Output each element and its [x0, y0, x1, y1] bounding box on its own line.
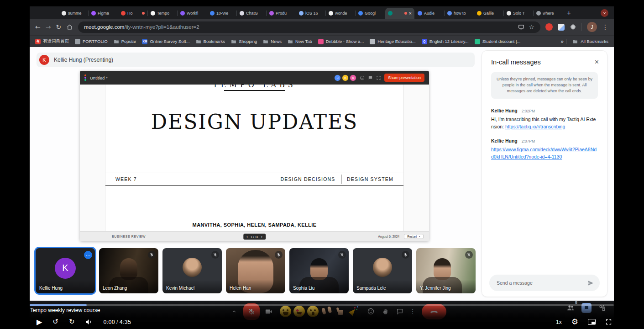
- bookmark-item[interactable]: Dribbble - Show a...: [318, 39, 364, 44]
- participant-name: Sophia Liu: [293, 286, 314, 291]
- collaborator-avatar[interactable]: K: [342, 74, 349, 81]
- bookmark-item[interactable]: Popular: [114, 39, 136, 44]
- rewind-button[interactable]: ↺: [52, 318, 58, 325]
- browser-tab[interactable]: Audie: [415, 8, 444, 19]
- folder-icon: [114, 39, 119, 44]
- tab-favicon: [269, 11, 274, 16]
- comments-icon[interactable]: [368, 75, 373, 80]
- bookmark-item[interactable]: PORTFOLIO: [75, 39, 108, 44]
- browser-tab[interactable]: Ho: [118, 8, 147, 19]
- bookmark-item[interactable]: Bookmarks: [196, 39, 225, 44]
- browser-tab[interactable]: iOS 16: [296, 8, 325, 19]
- presenting-banner: K Kellie Hung (Presenting): [37, 53, 475, 67]
- presenting-label: Kellie Hung (Presenting): [54, 57, 113, 63]
- participant-tile[interactable]: Leon Zhang: [99, 248, 158, 293]
- home-button[interactable]: [66, 24, 73, 31]
- browser-tab[interactable]: summe: [59, 8, 88, 19]
- bookmarks-overflow-icon[interactable]: »: [560, 38, 564, 45]
- forward-button[interactable]: →: [46, 24, 51, 30]
- browser-tab[interactable]: Galile: [474, 8, 503, 19]
- close-icon[interactable]: ×: [419, 235, 420, 238]
- message-link[interactable]: https://www.figma.com/deck/dwwWv6t2PiaeA…: [491, 147, 597, 159]
- tab-close-icon[interactable]: ×: [409, 11, 412, 16]
- bookmark-item[interactable]: News: [263, 39, 282, 44]
- fast-forward-button[interactable]: ↻: [69, 318, 75, 325]
- play-button[interactable]: ▶: [37, 318, 42, 326]
- browser-tab[interactable]: Figma: [89, 8, 118, 19]
- bookmark-star-icon[interactable]: ☆: [529, 24, 534, 30]
- figma-collaborator-avatars: J K K: [334, 74, 356, 81]
- bookmark-favicon: 有: [35, 39, 41, 44]
- browser-tab[interactable]: wonde: [326, 8, 355, 19]
- chat-message-input[interactable]: [497, 280, 587, 286]
- browser-tab[interactable]: Produ: [267, 8, 296, 19]
- bookmark-favicon: XM: [142, 39, 147, 44]
- collaborator-avatar[interactable]: K: [350, 74, 356, 81]
- message-link[interactable]: https://tactiq.io/r/transcribing: [505, 124, 565, 129]
- playback-speed-button[interactable]: 1x: [556, 319, 562, 325]
- browser-tab[interactable]: Workfl: [178, 8, 207, 19]
- cursor-chat-icon[interactable]: [360, 75, 365, 80]
- browser-menu-button[interactable]: ⋮: [602, 24, 608, 30]
- bookmark-item[interactable]: Heritage Educatio...: [370, 39, 415, 44]
- recording-indicator-button[interactable]: [601, 9, 608, 17]
- participant-tile[interactable]: Sampada Lele: [353, 248, 412, 293]
- back-button[interactable]: ←: [35, 24, 41, 30]
- bookmark-item[interactable]: XM Online Survey Soft...: [142, 39, 189, 44]
- figma-toolbar: Untitled▾ J K K: [80, 71, 429, 85]
- bookmark-item[interactable]: New Tab: [288, 39, 312, 44]
- settings-gear-button[interactable]: ⚙: [571, 318, 578, 326]
- total-duration: 4:35: [120, 319, 131, 325]
- send-message-button[interactable]: [587, 280, 594, 287]
- participant-tile[interactable]: Sophia Liu: [289, 248, 349, 293]
- pip-button[interactable]: [588, 319, 596, 325]
- chat-close-button[interactable]: ×: [595, 58, 599, 66]
- bookmark-label: Bookmarks: [204, 39, 225, 44]
- participant-tile[interactable]: Y. Jennifer Jing: [416, 248, 476, 293]
- bookmark-item[interactable]: 有 有道词典首页: [35, 38, 69, 44]
- extensions-puzzle-icon[interactable]: [570, 24, 576, 31]
- browser-tab[interactable]: Solo T: [504, 8, 533, 19]
- folder-icon: [196, 39, 201, 44]
- expand-icon[interactable]: [376, 75, 381, 80]
- browser-tab[interactable]: ×: [385, 8, 414, 19]
- tile-menu-button[interactable]: ⋯: [84, 251, 92, 259]
- browser-tab[interactable]: ChatG: [237, 8, 266, 19]
- participant-name: Kellie Hung: [39, 286, 63, 291]
- share-presentation-button[interactable]: Share presentation: [384, 74, 424, 82]
- url-bar[interactable]: meet.google.com/iiy-wntn-mye?pli=1&authu…: [78, 21, 540, 33]
- player-controls-right: 1x ⚙: [556, 318, 612, 326]
- send-icon: [587, 280, 594, 287]
- figma-doc-title[interactable]: Untitled▾: [90, 75, 108, 80]
- bookmark-item[interactable]: Q English 12 Literary...: [422, 39, 469, 44]
- tab-title: Produ: [276, 11, 293, 16]
- browser-tab[interactable]: 10-We: [207, 8, 236, 19]
- current-time: 0:00: [103, 319, 115, 325]
- slide-brand-rule: [224, 90, 285, 91]
- next-slide-button[interactable]: ›: [261, 234, 262, 239]
- collaborator-avatar[interactable]: J: [334, 74, 341, 81]
- seek-bar[interactable]: [30, 304, 614, 306]
- reload-button[interactable]: ↻: [56, 24, 61, 30]
- browser-tab[interactable]: where: [534, 8, 563, 19]
- previous-slide-button[interactable]: ‹: [246, 234, 248, 239]
- extension-icon-capture[interactable]: [558, 24, 565, 31]
- bookmark-label: English 12 Literary...: [429, 39, 469, 44]
- participant-tile[interactable]: K ⋯ Kellie Hung: [36, 248, 95, 293]
- profile-avatar[interactable]: J: [587, 22, 597, 32]
- participant-tile[interactable]: Kevin Michael: [162, 248, 222, 293]
- restart-button[interactable]: Restart ×: [404, 234, 424, 239]
- home-icon: [66, 24, 73, 31]
- browser-tab[interactable]: Googl: [356, 8, 385, 19]
- volume-button[interactable]: [85, 318, 93, 326]
- fullscreen-button[interactable]: [605, 318, 612, 325]
- extension-icon-red[interactable]: [545, 23, 553, 31]
- participant-tile[interactable]: Helen Han: [226, 248, 285, 293]
- tab-favicon: [151, 11, 155, 16]
- bookmark-item[interactable]: Student discount |...: [475, 39, 521, 44]
- all-bookmarks-button[interactable]: All Bookmarks: [566, 39, 608, 44]
- new-tab-button[interactable]: +: [567, 9, 571, 16]
- browser-tab[interactable]: how to: [445, 8, 474, 19]
- bookmark-item[interactable]: Shopping: [231, 39, 257, 44]
- browser-tab[interactable]: Tempo: [148, 8, 177, 19]
